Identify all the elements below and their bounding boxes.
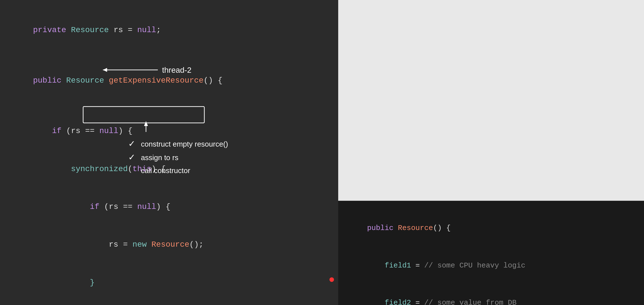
popup-code-panel: public Resource() { field1 = // some CPU… [338,201,644,305]
code-line-9: } [14,264,324,302]
code-line-blank-1 [14,49,324,62]
code-line-8: rs = new Resource(); [14,226,324,264]
code-line-7: if (rs == null) { [14,188,324,226]
code-line-5: if (rs == null) { [14,112,324,150]
popup-line-2: field1 = // some CPU heavy logic [349,247,633,284]
main-code-panel: private Resource rs = null; public Resou… [0,0,338,305]
code-line-blank-2 [14,100,324,112]
code-line-10: } [14,302,324,305]
popup-line-1: public Resource() { [349,209,633,247]
code-line-3: public Resource getExpensiveResource() { [14,62,324,100]
cursor-dot [329,277,334,282]
code-line-6: synchronized(this) { [14,150,324,188]
code-line-1: private Resource rs = null; [14,11,324,49]
popup-line-3: field2 = // some value from DB [349,284,633,305]
